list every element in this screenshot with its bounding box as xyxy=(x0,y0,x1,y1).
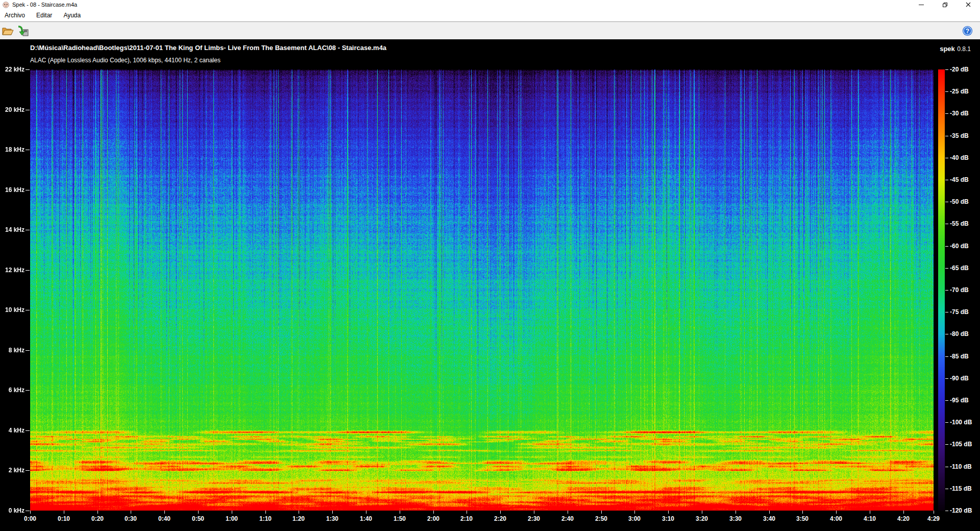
db-tick-label: -50 dB xyxy=(950,198,969,205)
freq-tick-mark xyxy=(26,390,30,391)
db-tick-mark xyxy=(945,489,948,489)
db-tick-label: -115 dB xyxy=(950,485,972,492)
freq-tick-label: 18 kHz xyxy=(0,146,24,153)
time-tick-label: 2:10 xyxy=(455,515,478,522)
db-tick-mark xyxy=(945,136,948,136)
time-tick-label: 0:00 xyxy=(19,515,41,522)
time-tick-mark xyxy=(903,511,904,514)
freq-tick-label: 16 kHz xyxy=(0,186,24,194)
db-tick-label: -75 dB xyxy=(950,308,969,316)
time-tick-label: 3:10 xyxy=(657,515,679,522)
save-image-button[interactable] xyxy=(16,25,30,38)
menu-ayuda[interactable]: Ayuda xyxy=(58,9,86,21)
freq-tick-mark xyxy=(26,110,30,110)
db-tick-mark xyxy=(945,69,948,70)
open-file-button[interactable] xyxy=(1,25,14,38)
menu-archivo[interactable]: Archivo xyxy=(0,9,31,21)
time-tick-mark xyxy=(467,511,467,514)
db-tick-mark xyxy=(945,378,948,379)
db-tick-mark xyxy=(945,334,948,334)
help-icon: ? xyxy=(962,26,973,36)
time-tick-mark xyxy=(433,511,434,514)
time-tick-mark xyxy=(769,511,770,514)
db-tick-label: -45 dB xyxy=(950,176,969,183)
time-tick-mark xyxy=(870,511,870,514)
spek-app-icon xyxy=(3,2,9,8)
minimize-icon xyxy=(919,5,924,5)
brand-version: 0.8.1 xyxy=(957,45,971,53)
time-tick-label: 3:50 xyxy=(791,515,814,522)
freq-tick-label: 14 kHz xyxy=(0,226,24,233)
time-tick-label: 0:20 xyxy=(86,515,109,522)
freq-tick-mark xyxy=(26,310,30,310)
file-path-title: D:\Música\Radiohead\Bootlegs\2011-07-01 … xyxy=(30,44,386,52)
minimize-button[interactable] xyxy=(910,0,933,9)
freq-tick-label: 12 kHz xyxy=(0,267,24,274)
time-tick-label: 0:30 xyxy=(119,515,142,522)
freq-tick-label: 10 kHz xyxy=(0,306,24,313)
menu-editar[interactable]: Editar xyxy=(31,9,58,21)
time-tick-label: 1:40 xyxy=(355,515,377,522)
restore-button[interactable] xyxy=(933,0,957,9)
time-tick-label: 2:20 xyxy=(489,515,511,522)
db-tick-label: -40 dB xyxy=(950,154,969,161)
db-tick-mark xyxy=(945,224,948,224)
db-tick-label: -110 dB xyxy=(950,463,972,470)
codec-info: ALAC (Apple Lossless Audio Codec), 1006 … xyxy=(30,57,220,64)
db-tick-mark xyxy=(945,268,948,269)
db-tick-label: -80 dB xyxy=(950,330,969,337)
time-tick-label: 4:00 xyxy=(825,515,847,522)
close-icon xyxy=(966,2,971,7)
time-tick-mark xyxy=(164,511,165,514)
close-button[interactable] xyxy=(957,0,980,9)
time-tick-mark xyxy=(299,511,299,514)
db-tick-label: -60 dB xyxy=(950,243,969,250)
spectrogram-view: D:\Música\Radiohead\Bootlegs\2011-07-01 … xyxy=(0,39,980,531)
db-tick-mark xyxy=(945,290,948,291)
db-tick-mark xyxy=(945,356,948,357)
colorbar-canvas xyxy=(938,69,945,511)
restore-icon xyxy=(943,3,947,7)
brand-box: spek 0.8.1 xyxy=(940,44,971,53)
time-tick-label: 0:50 xyxy=(187,515,209,522)
time-tick-label: 2:50 xyxy=(590,515,612,522)
freq-tick-label: 2 kHz xyxy=(0,467,24,474)
brand-name: spek xyxy=(940,45,955,53)
time-tick-mark xyxy=(668,511,669,514)
time-tick-mark xyxy=(500,511,501,514)
db-tick-label: -120 dB xyxy=(950,507,972,514)
time-tick-mark xyxy=(736,511,736,514)
time-tick-label: 0:10 xyxy=(53,515,75,522)
freq-tick-mark xyxy=(26,511,30,511)
db-tick-mark xyxy=(945,180,948,180)
db-tick-label: -35 dB xyxy=(950,132,969,139)
time-tick-mark xyxy=(634,511,635,514)
window-titlebar: Spek - 08 - Staircase.m4a xyxy=(0,0,980,9)
menu-bar: Archivo Editar Ayuda xyxy=(0,9,980,21)
time-tick-label: 1:10 xyxy=(254,515,277,522)
time-tick-label: 3:40 xyxy=(758,515,780,522)
time-tick-label: 2:00 xyxy=(422,515,445,522)
help-button[interactable]: ? xyxy=(962,25,973,36)
freq-tick-mark xyxy=(26,270,30,271)
db-tick-mark xyxy=(945,400,948,401)
freq-tick-mark xyxy=(26,430,30,431)
time-tick-mark xyxy=(836,511,837,514)
time-tick-mark xyxy=(934,511,934,514)
time-tick-mark xyxy=(534,511,534,514)
db-tick-mark xyxy=(945,202,948,202)
db-tick-label: -90 dB xyxy=(950,375,969,382)
db-tick-label: -105 dB xyxy=(950,441,972,448)
db-tick-label: -85 dB xyxy=(950,353,969,360)
time-tick-label: 3:00 xyxy=(623,515,646,522)
time-tick-mark xyxy=(366,511,366,514)
freq-tick-label: 4 kHz xyxy=(0,427,24,434)
time-tick-label: 4:10 xyxy=(859,515,881,522)
db-tick-label: -65 dB xyxy=(950,264,969,272)
db-tick-label: -55 dB xyxy=(950,220,969,227)
time-tick-label: 1:20 xyxy=(287,515,310,522)
freq-tick-mark xyxy=(26,230,30,230)
time-tick-mark xyxy=(198,511,199,514)
toolbar: ? xyxy=(0,21,980,39)
time-tick-mark xyxy=(97,511,98,514)
